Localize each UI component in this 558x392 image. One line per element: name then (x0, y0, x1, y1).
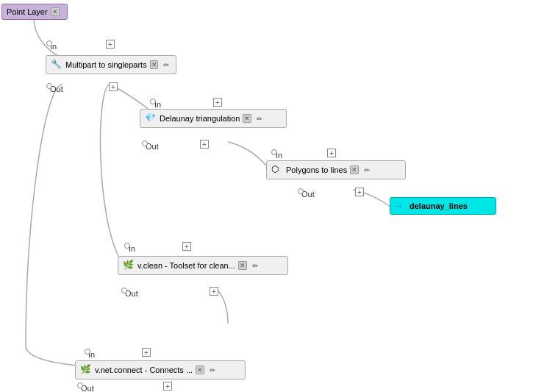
poly-in-plus[interactable]: + (327, 149, 336, 157)
multipart-in-port[interactable] (46, 40, 52, 46)
multipart-out-port[interactable] (46, 83, 52, 89)
multipart-in-plus[interactable]: + (106, 40, 115, 49)
poly-out-port[interactable] (298, 188, 304, 194)
vnet-in-plus[interactable]: + (142, 348, 151, 357)
multipart-label: Multipart to singleparts (65, 60, 147, 69)
vnet-out-port[interactable] (77, 382, 83, 388)
point-layer-label: Point Layer (7, 7, 48, 16)
vclean-node[interactable]: 🌿 v.clean - Toolset for clean... ✕ ✏ (118, 256, 288, 275)
vclean-close[interactable]: ✕ (238, 261, 247, 270)
polygons-to-lines-node[interactable]: ⬡ Polygons to lines ✕ ✏ (266, 160, 406, 179)
delaunay-close[interactable]: ✕ (243, 114, 251, 123)
multipart-icon: 🔧 (51, 59, 62, 71)
delaunay-icon: 💎 (145, 113, 157, 124)
vnet-icon: 🌿 (80, 364, 92, 376)
vclean-label: v.clean - Toolset for clean... (137, 261, 235, 270)
delaunay-out-port[interactable] (142, 140, 148, 146)
vnet-out-plus[interactable]: + (163, 382, 172, 391)
poly-icon: ⬡ (271, 164, 283, 176)
vclean-out-plus[interactable]: + (210, 287, 218, 296)
delaunay-out-plus[interactable]: + (200, 140, 209, 149)
delaunay-lines-label: delaunay_lines (409, 202, 468, 210)
multipart-edit[interactable]: ✏ (161, 60, 171, 70)
delaunay-in-plus[interactable]: + (213, 98, 222, 107)
point-layer-node[interactable]: Point Layer ✕ (1, 4, 68, 20)
delaunay-lines-node[interactable]: → delaunay_lines (390, 197, 496, 215)
vnet-close[interactable]: ✕ (196, 366, 204, 374)
poly-out-plus[interactable]: + (355, 188, 364, 196)
vclean-in-port[interactable] (124, 243, 130, 249)
workflow-canvas: Point Layer ✕ In + 🔧 Multipart to single… (0, 0, 558, 392)
delaunay-label: Delaunay triangulation (160, 114, 240, 123)
multipart-node[interactable]: 🔧 Multipart to singleparts ✕ ✏ (46, 55, 176, 74)
delaunay-edit[interactable]: ✏ (254, 113, 265, 124)
poly-in-port[interactable] (271, 149, 277, 155)
delaunay-in-port[interactable] (150, 99, 156, 104)
point-layer-close[interactable]: ✕ (51, 7, 60, 16)
vnet-label: v.net.connect - Connects ... (95, 366, 193, 374)
output-arrow-icon: → (395, 201, 404, 211)
vclean-out-port[interactable] (121, 288, 127, 293)
multipart-out-plus[interactable]: + (109, 82, 118, 91)
poly-label: Polygons to lines (286, 165, 347, 174)
delaunay-node[interactable]: 💎 Delaunay triangulation ✕ ✏ (140, 109, 287, 128)
poly-edit[interactable]: ✏ (362, 165, 372, 175)
vclean-in-plus[interactable]: + (182, 242, 191, 251)
vnet-edit[interactable]: ✏ (207, 365, 218, 375)
vnet-connect-node[interactable]: 🌿 v.net.connect - Connects ... ✕ ✏ (75, 360, 246, 379)
poly-close[interactable]: ✕ (350, 165, 359, 174)
vclean-edit[interactable]: ✏ (250, 260, 260, 271)
vnet-in-port[interactable] (85, 349, 90, 354)
multipart-close[interactable]: ✕ (150, 60, 159, 69)
vclean-icon: 🌿 (123, 260, 135, 271)
